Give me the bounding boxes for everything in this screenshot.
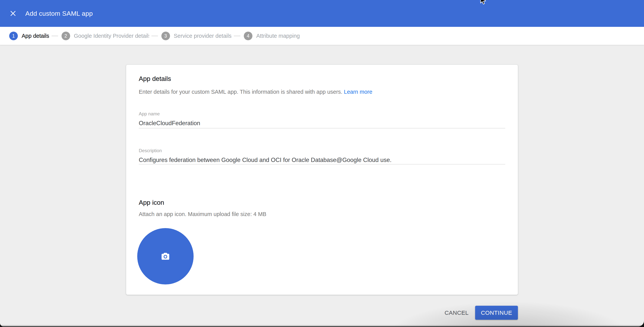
dialog-screen: Add custom SAML app 1 App details 2 Goog… bbox=[0, 0, 644, 326]
app-icon-heading: App icon bbox=[139, 198, 505, 207]
description-field[interactable]: Description Configures federation betwee… bbox=[139, 148, 505, 164]
app-name-label: App name bbox=[139, 111, 505, 117]
step-divider bbox=[52, 36, 58, 36]
camera-icon bbox=[161, 252, 170, 260]
dialog-title: Add custom SAML app bbox=[25, 10, 93, 17]
app-details-heading: App details bbox=[139, 74, 505, 83]
dialog-actions: CANCEL CONTINUE bbox=[126, 306, 518, 320]
step-3-label: Service provider details bbox=[174, 33, 232, 39]
step-google-idp-details[interactable]: 2 Google Identity Provider details bbox=[62, 32, 149, 40]
dialog-content: App details Enter details for your custo… bbox=[0, 45, 644, 320]
step-app-details[interactable]: 1 App details bbox=[9, 32, 49, 40]
cancel-button[interactable]: CANCEL bbox=[445, 310, 469, 316]
app-name-input[interactable]: OracleCloudFederation bbox=[139, 120, 505, 127]
app-icon-description: Attach an app icon. Maximum upload file … bbox=[139, 210, 505, 218]
step-4-circle: 4 bbox=[244, 32, 252, 40]
step-attribute-mapping[interactable]: 4 Attribute mapping bbox=[244, 32, 300, 40]
step-2-label: Google Identity Provider details bbox=[74, 33, 149, 39]
close-button[interactable] bbox=[10, 10, 16, 17]
step-1-label: App details bbox=[22, 33, 49, 39]
app-icon-upload-button[interactable] bbox=[137, 228, 194, 284]
app-details-card: App details Enter details for your custo… bbox=[126, 65, 518, 295]
learn-more-link[interactable]: Learn more bbox=[344, 89, 372, 95]
app-name-field[interactable]: App name OracleCloudFederation bbox=[139, 111, 505, 128]
continue-button[interactable]: CONTINUE bbox=[475, 306, 518, 320]
close-icon bbox=[10, 10, 16, 17]
mouse-cursor bbox=[479, 0, 486, 5]
step-divider bbox=[152, 36, 158, 36]
app-details-description: Enter details for your custom SAML app. … bbox=[139, 88, 505, 96]
dialog-header: Add custom SAML app bbox=[0, 0, 644, 27]
step-4-label: Attribute mapping bbox=[256, 33, 300, 39]
description-input[interactable]: Configures federation between Google Clo… bbox=[139, 156, 505, 164]
step-3-circle: 3 bbox=[162, 32, 170, 40]
step-divider bbox=[234, 36, 240, 36]
step-1-circle: 1 bbox=[9, 32, 18, 40]
description-label: Description bbox=[139, 148, 505, 154]
stepper: 1 App details 2 Google Identity Provider… bbox=[0, 27, 644, 45]
step-service-provider-details[interactable]: 3 Service provider details bbox=[162, 32, 232, 40]
step-2-circle: 2 bbox=[62, 32, 70, 40]
